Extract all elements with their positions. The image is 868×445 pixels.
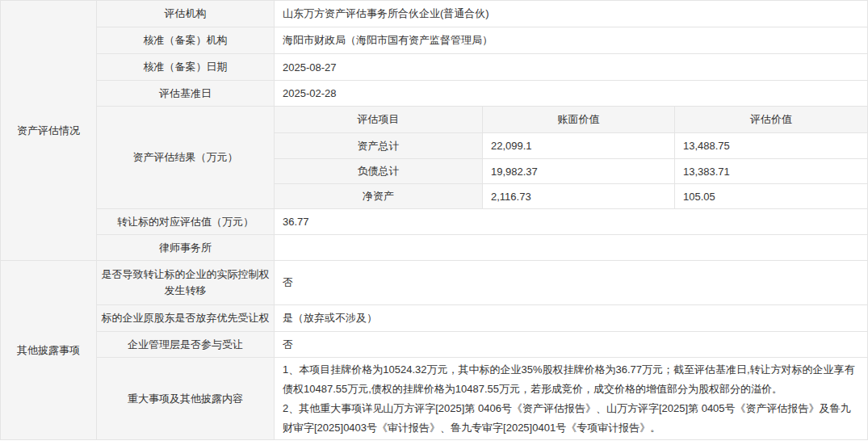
result-row-total-liabilities: 负债总计 19,982.37 13,383.71 <box>275 159 868 184</box>
label-text: 标的企业原股东是否放弃优先受让权 <box>102 310 270 326</box>
management-participation-value: 否 <box>275 332 868 358</box>
major-matters-paragraph-2: 2、其他重大事项详见山万方评字[2025]第 0406号《资产评估报告》、山万方… <box>283 399 859 438</box>
approval-date-value: 2025-08-27 <box>275 54 868 81</box>
label-text: 核准（备案）日期 <box>144 59 228 75</box>
row-approval-agency: 核准（备案）机构 海阳市财政局（海阳市国有资产监督管理局） <box>97 27 868 54</box>
row-law-firm: 律师事务所 <box>97 235 868 261</box>
header-appraised-value: 评估价值 <box>675 107 868 133</box>
row-control-change: 是否导致转让标的企业的实际控制权发生转移 否 <box>97 261 868 305</box>
management-participation-label: 企业管理层是否参与受让 <box>97 332 275 358</box>
appraisal-base-date-value: 2025-02-28 <box>275 81 868 107</box>
value-text: 13,488.75 <box>683 140 730 152</box>
section-title: 其他披露事项 <box>17 343 80 358</box>
item-cell: 净资产 <box>275 184 483 209</box>
appraised-value-cell: 13,488.75 <box>675 133 868 159</box>
section-other-disclosures: 其他披露事项 是否导致转让标的企业的实际控制权发生转移 否 标的企业原股东是否放… <box>1 261 868 440</box>
asset-appraisal-rows: 评估机构 山东万方资产评估事务所合伙企业(普通合伙) 核准（备案）机构 海阳市财… <box>97 1 868 261</box>
row-approval-date: 核准（备案）日期 2025-08-27 <box>97 54 868 81</box>
value-text: 是（放弃或不涉及） <box>283 311 377 325</box>
label-text: 核准（备案）机构 <box>144 32 228 48</box>
value-text: 22,099.1 <box>491 140 532 152</box>
appraisal-agency-label: 评估机构 <box>97 1 275 27</box>
value-text: 36.77 <box>283 216 309 228</box>
transfer-target-value-label: 转让标的对应评估值（万元） <box>97 209 275 235</box>
appraisal-result-label: 资产评估结果（万元） <box>97 107 275 209</box>
law-firm-value <box>275 235 868 261</box>
transfer-target-value-value: 36.77 <box>275 209 868 235</box>
row-appraisal-result: 资产评估结果（万元） 评估项目 账面价值 评估价值 <box>97 107 868 209</box>
value-text: 山东万方资产评估事务所合伙企业(普通合伙) <box>283 6 489 21</box>
value-text: 2025-08-27 <box>283 61 337 73</box>
header-text: 评估价值 <box>750 112 792 127</box>
header-item: 评估项目 <box>275 107 483 133</box>
item-text: 净资产 <box>363 189 394 204</box>
book-value-cell: 2,116.73 <box>483 184 675 209</box>
appraisal-base-date-label: 评估基准日 <box>97 81 275 107</box>
value-text: 2025-02-28 <box>283 87 337 99</box>
row-waive-preemptive-right: 标的企业原股东是否放弃优先受让权 是（放弃或不涉及） <box>97 305 868 332</box>
label-text: 资产评估结果（万元） <box>133 149 238 166</box>
label-text: 重大事项及其他披露内容 <box>128 391 243 407</box>
appraisal-result-table: 评估项目 账面价值 评估价值 资产总计 <box>275 107 868 209</box>
value-text: 105.05 <box>683 191 715 203</box>
item-cell: 资产总计 <box>275 133 483 159</box>
result-row-total-assets: 资产总计 22,099.1 13,488.75 <box>275 133 868 159</box>
header-book-value: 账面价值 <box>483 107 675 133</box>
header-text: 账面价值 <box>558 112 600 127</box>
row-appraisal-agency: 评估机构 山东万方资产评估事务所合伙企业(普通合伙) <box>97 1 868 27</box>
control-change-value: 否 <box>275 261 868 305</box>
value-text: 海阳市财政局（海阳市国有资产监督管理局） <box>283 33 493 48</box>
major-matters-paragraphs: 1、本项目挂牌价格为10524.32万元，其中标的企业35%股权挂牌价格为36.… <box>283 360 859 438</box>
item-cell: 负债总计 <box>275 159 483 184</box>
header-text: 评估项目 <box>358 112 400 127</box>
value-text: 否 <box>283 275 293 290</box>
item-text: 负债总计 <box>358 164 400 178</box>
section-title: 资产评估情况 <box>17 124 80 138</box>
book-value-cell: 22,099.1 <box>483 133 675 159</box>
control-change-label: 是否导致转让标的企业的实际控制权发生转移 <box>97 261 275 305</box>
row-transfer-target-value: 转让标的对应评估值（万元） 36.77 <box>97 209 868 235</box>
section-label-asset-appraisal: 资产评估情况 <box>1 1 97 261</box>
row-appraisal-base-date: 评估基准日 2025-02-28 <box>97 81 868 107</box>
law-firm-label: 律师事务所 <box>97 235 275 261</box>
other-disclosures-rows: 是否导致转让标的企业的实际控制权发生转移 否 标的企业原股东是否放弃优先受让权 … <box>97 261 868 440</box>
asset-disclosure-table: 资产评估情况 评估机构 山东万方资产评估事务所合伙企业(普通合伙) 核准（备案）… <box>0 0 868 440</box>
value-text: 13,383.71 <box>683 166 730 178</box>
waive-preemptive-right-label: 标的企业原股东是否放弃优先受让权 <box>97 305 275 332</box>
section-label-other-disclosures: 其他披露事项 <box>1 261 97 440</box>
value-text: 否 <box>283 338 293 352</box>
row-management-participation: 企业管理层是否参与受让 否 <box>97 332 868 358</box>
label-text: 评估机构 <box>165 6 207 22</box>
major-matters-label: 重大事项及其他披露内容 <box>97 358 275 440</box>
appraisal-result-header-row: 评估项目 账面价值 评估价值 <box>275 107 868 133</box>
value-text: 2,116.73 <box>491 191 531 203</box>
appraised-value-cell: 105.05 <box>675 184 868 209</box>
result-row-net-assets: 净资产 2,116.73 105.05 <box>275 184 868 209</box>
approval-agency-value: 海阳市财政局（海阳市国有资产监督管理局） <box>275 27 868 54</box>
book-value-cell: 19,982.37 <box>483 159 675 184</box>
appraisal-agency-value: 山东万方资产评估事务所合伙企业(普通合伙) <box>275 1 868 27</box>
label-text: 转让标的对应评估值（万元） <box>117 214 254 230</box>
major-matters-value: 1、本项目挂牌价格为10524.32万元，其中标的企业35%股权挂牌价格为36.… <box>275 358 868 440</box>
row-major-matters: 重大事项及其他披露内容 1、本项目挂牌价格为10524.32万元，其中标的企业3… <box>97 358 868 440</box>
appraised-value-cell: 13,383.71 <box>675 159 868 184</box>
approval-date-label: 核准（备案）日期 <box>97 54 275 81</box>
section-asset-appraisal: 资产评估情况 评估机构 山东万方资产评估事务所合伙企业(普通合伙) 核准（备案）… <box>1 1 868 261</box>
waive-preemptive-right-value: 是（放弃或不涉及） <box>275 305 868 332</box>
label-text: 律师事务所 <box>159 240 212 256</box>
label-text: 评估基准日 <box>159 86 212 102</box>
label-text: 企业管理层是否参与受让 <box>128 337 243 353</box>
approval-agency-label: 核准（备案）机构 <box>97 27 275 54</box>
major-matters-paragraph-1: 1、本项目挂牌价格为10524.32万元，其中标的企业35%股权挂牌价格为36.… <box>283 360 859 399</box>
label-text: 是否导致转让标的企业的实际控制权发生转移 <box>99 267 271 299</box>
value-text: 19,982.37 <box>491 166 538 178</box>
item-text: 资产总计 <box>358 139 400 153</box>
